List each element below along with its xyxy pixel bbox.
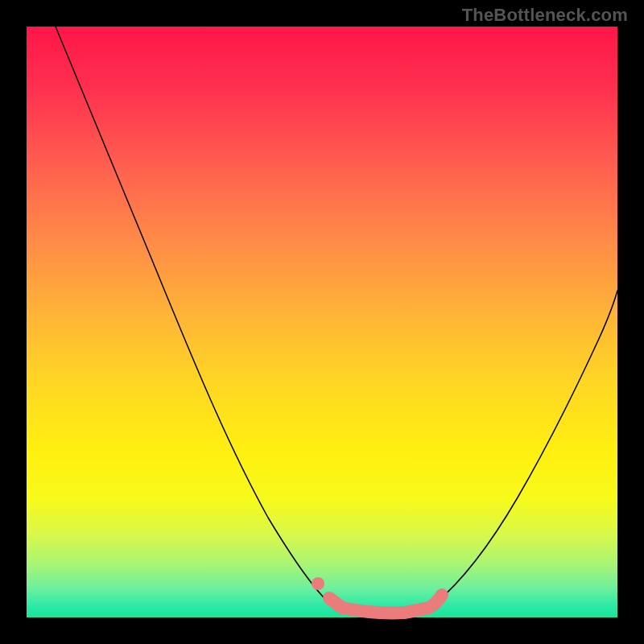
bottleneck-curve-left	[56, 27, 331, 605]
plot-area	[27, 27, 617, 617]
watermark-text: TheBottleneck.com	[462, 5, 628, 26]
optimal-zone-highlight	[329, 595, 442, 613]
chart-frame: TheBottleneck.com	[0, 0, 644, 644]
curve-layer	[27, 27, 617, 617]
highlight-dot-lead	[312, 577, 324, 590]
bottleneck-curve-right	[434, 291, 617, 605]
